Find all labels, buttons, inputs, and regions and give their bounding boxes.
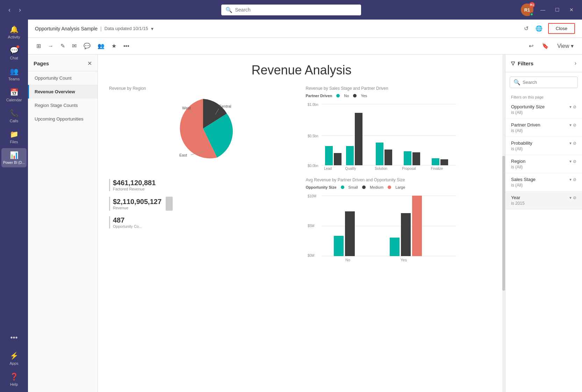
pages-close-button[interactable]: ✕ [87,60,92,67]
lead-no-bar[interactable] [325,146,333,165]
filters-search-input[interactable] [523,80,574,85]
more-options-button[interactable]: ••• [121,41,132,51]
qualify-no-bar[interactable] [346,146,354,165]
refresh-button[interactable]: ↺ [523,24,530,33]
title-bar: ‹ › 🔍 R1 R1 — ☐ ✕ [0,0,582,20]
filter-sales-stage-chevron[interactable]: ▾ [569,177,572,182]
kpi-factored-revenue-label: Factored Revenue [113,187,156,191]
sidebar-item-help[interactable]: ❓ Help [1,370,27,389]
filter-partner-driven: Partner Driven ▾ ⊘ is (All) [505,119,582,137]
sidebar-item-calls[interactable]: 📞 Calls [1,106,27,126]
header-separator: | [100,26,102,31]
teams-share-button[interactable]: 👥 [95,41,107,51]
filters-search[interactable]: 🔍 [510,77,578,88]
powerbi-icon: 📊 [10,151,19,159]
sidebar-item-files[interactable]: 📁 Files [1,127,27,147]
sidebar-item-label: Teams [8,77,20,81]
finalize-no-bar[interactable] [432,158,439,165]
filter-probability-chevron[interactable]: ▾ [569,141,572,146]
filter-region-clear[interactable]: ⊘ [573,159,576,164]
close-window-button[interactable]: ✕ [567,6,576,14]
minimize-button[interactable]: — [538,6,548,14]
nav-forward-button[interactable]: › [16,5,24,15]
yes-medium-bar[interactable] [401,213,411,256]
app-header-title: Opportunity Analysis Sample | Data updat… [35,26,153,31]
content-area: Pages ✕ Opportunity Count Revenue Overvi… [28,55,582,392]
search-icon: 🔍 [225,7,232,13]
kpi-revenue: $2,110,905,127 Revenue [109,197,297,211]
filters-search-icon: 🔍 [513,79,520,86]
filters-expand-button[interactable]: › [575,60,576,66]
revenue-bar-chart-svg: $1.0bn $0.5bn $0.0bn [306,101,460,170]
files-icon: 📁 [10,130,19,138]
finalize-yes-bar[interactable] [440,159,448,165]
kpi-opportunity-count: 487 Opportunity Co... [109,216,297,228]
page-item-upcoming-opportunities[interactable]: Upcoming Opportunities [28,112,98,126]
svg-text:$0.0bn: $0.0bn [308,164,318,168]
globe-button[interactable]: 🌐 [534,24,544,33]
sidebar-item-apps[interactable]: ⚡ Apps [1,349,27,368]
legend-large-dot [388,186,391,189]
pie-chart-label: Revenue by Region [109,86,297,91]
qualify-yes-bar[interactable] [355,113,362,165]
filter-year-clear[interactable]: ⊘ [573,195,576,200]
sidebar-item-label: Apps [9,361,18,365]
sidebar-item-teams[interactable]: 👥 Teams [1,64,27,84]
svg-text:$1.0bn: $1.0bn [308,103,318,107]
legend-small-label: Small [349,185,358,189]
maximize-button[interactable]: ☐ [552,6,562,14]
yes-large-bar[interactable] [412,196,422,256]
avatar[interactable]: R1 R1 [521,3,533,16]
filter-region-chevron[interactable]: ▾ [569,159,572,164]
nav-back-button[interactable]: ‹ [6,5,13,15]
pie-chart-section: Revenue by Region [109,86,297,170]
solution-yes-bar[interactable] [385,150,392,165]
bookmark-button[interactable]: 🔖 [539,41,552,51]
chevron-down-icon[interactable]: ▾ [151,26,153,31]
pages-button[interactable]: ⊞ [34,41,44,51]
filter-year-chevron[interactable]: ▾ [569,195,572,200]
header-subtitle: Data updated 10/1/15 [105,26,148,31]
email-button[interactable]: ✉ [69,41,79,51]
legend-small-dot [341,186,344,189]
legend-large-label: Large [395,185,405,189]
filters-panel: ▽ Filters › 🔍 Filters on this page Oppor… [505,55,582,392]
sidebar-more-button[interactable]: ••• [1,331,27,344]
filter-sales-stage-clear[interactable]: ⊘ [573,177,576,182]
sidebar-item-chat[interactable]: 💬 Chat [1,43,27,63]
pie-chart-container: West Central East [109,94,297,170]
avg-bar-chart-legend: Opportunity Size Small Medium Large [306,185,494,189]
filter-opportunity-size-chevron[interactable]: ▾ [569,104,572,109]
filter-partner-driven-chevron[interactable]: ▾ [569,123,572,128]
view-button[interactable]: View ▾ [554,41,576,51]
page-item-revenue-overview[interactable]: Revenue Overview [28,85,98,99]
comment-button[interactable]: 💬 [81,41,93,51]
scrollbar-track[interactable] [502,55,505,392]
filter-year: Year ▾ ⊘ is 2015 [505,191,582,210]
yes-small-bar[interactable] [390,238,400,256]
sidebar-item-powerbi[interactable]: 📊 Power BI (D... [1,148,27,167]
sidebar-item-activity[interactable]: 🔔 Activity [1,22,27,42]
filter-opportunity-size-clear[interactable]: ⊘ [573,104,576,109]
lead-yes-bar[interactable] [334,153,342,165]
solution-no-bar[interactable] [376,143,383,165]
global-search[interactable]: 🔍 [221,5,361,15]
no-medium-bar[interactable] [345,211,355,256]
share-button[interactable]: → [45,41,56,51]
favorite-button[interactable]: ★ [109,41,119,51]
undo-button[interactable]: ↩ [526,41,536,51]
filter-region: Region ▾ ⊘ is (All) [505,155,582,173]
search-input[interactable] [235,7,357,13]
filter-partner-driven-clear[interactable]: ⊘ [573,123,576,128]
proposal-yes-bar[interactable] [412,152,420,165]
proposal-no-bar[interactable] [404,151,411,165]
page-item-region-stage-counts[interactable]: Region Stage Counts [28,99,98,112]
scrollbar-thumb[interactable] [502,156,505,291]
page-item-opportunity-count[interactable]: Opportunity Count [28,71,98,85]
close-report-button[interactable]: Close [548,23,575,34]
sidebar-item-calendar[interactable]: 📅 Calendar [1,85,27,105]
edit-button[interactable]: ✎ [58,41,68,51]
sidebar-item-label: Chat [10,56,18,60]
filter-probability-clear[interactable]: ⊘ [573,141,576,146]
no-small-bar[interactable] [334,236,344,256]
